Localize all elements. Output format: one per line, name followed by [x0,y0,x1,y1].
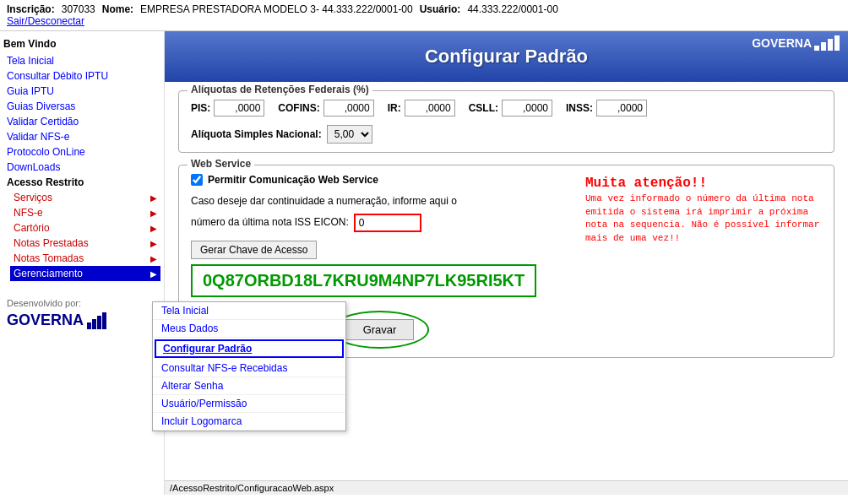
nome-value: EMPRESA PRESTADORA MODELO 3- 44.333.222/… [140,3,413,15]
sidebar-item-consultar-debito[interactable]: Consultar Débito IPTU [3,68,160,84]
sidebar-item-guias-diversas[interactable]: Guias Diversas [3,99,160,114]
dropdown-consultar-nfse[interactable]: Consultar NFS-e Recebidas [153,360,345,377]
dev-label: Desenvolvido por: [7,298,157,308]
pis-input[interactable] [214,100,264,117]
dropdown-configurar-padrao[interactable]: Configurar Padrão [155,339,344,358]
usuario-value: 44.333.222/0001-00 [467,3,557,15]
ir-label: IR: [388,102,401,114]
sidebar-item-validar-certidao[interactable]: Validar Certidão [3,114,160,129]
dropdown-usuario-permissao[interactable]: Usuário/Permissão [153,395,345,413]
sidebar-item-notas-prestadas[interactable]: Notas Prestadas ▶ [10,236,160,251]
gerar-btn-row: Gerar Chave de Acesso [191,241,568,259]
sidebar-item-downloads[interactable]: DownLoads [3,160,160,175]
page-header: Configurar Padrão GOVERNA [165,31,848,82]
governa-logo: GOVERNA [7,312,157,329]
warning-title: Muita atenção!! [585,174,822,192]
sidebar-item-acesso-restrito[interactable]: Acesso Restrito [3,175,160,190]
csll-input[interactable] [502,100,552,117]
sidebar-item-servicos[interactable]: Serviços ▶ [10,190,160,205]
dropdown-tela-inicial[interactable]: Tela Inicial [153,302,345,320]
dropdown-incluir-logomarca[interactable]: Incluir Logomarca [153,413,345,431]
csll-label: CSLL: [469,102,498,114]
governa-bars-icon [87,312,106,329]
warning-text: Uma vez informado o número da última not… [585,192,822,245]
header-governa-text: GOVERNA [752,36,812,50]
inss-input[interactable] [596,100,647,117]
cofins-field: COFINS: [278,100,373,117]
csll-field: CSLL: [469,100,552,117]
status-url: /AcessoRestrito/ConfiguracaoWeb.aspx [170,483,334,493]
iss-input[interactable] [354,214,421,232]
dropdown-meus-dados[interactable]: Meus Dados [153,320,345,338]
gerar-chave-button[interactable]: Gerar Chave de Acesso [191,241,317,259]
simples-row: Alíquota Simples Nacional: 5,00 6,00 7,0… [191,125,822,144]
top-bar: Inscrição: 307033 Nome: EMPRESA PRESTADO… [0,0,848,31]
ir-input[interactable] [405,100,455,117]
cofins-input[interactable] [323,100,374,117]
inss-label: INSS: [566,102,593,114]
sidebar: Bem Vindo Tela Inicial Consultar Débito … [0,31,165,495]
inscricao-value: 307033 [62,3,95,15]
gravar-button[interactable]: Gravar [345,319,415,340]
pis-label: PIS: [191,102,210,114]
webservice-checkbox-label: Permitir Comunicação Web Service [208,174,378,186]
aliquotas-section: Alíquotas de Retenções Federais (%) PIS:… [178,90,834,153]
sidebar-item-guia-iptu[interactable]: Guia IPTU [3,84,160,99]
sidebar-item-validar-nfse[interactable]: Validar NFS-e [3,129,160,144]
sidebar-item-tela-inicial[interactable]: Tela Inicial [3,53,160,68]
header-bars-icon [814,35,840,51]
governa-logo-text: GOVERNA [7,312,84,329]
checkbox-row: Permitir Comunicação Web Service [191,174,568,186]
sidebar-item-nfse[interactable]: NFS-e ▶ [10,205,160,220]
warning-box: Muita atenção!! Uma vez informado o núme… [585,174,822,245]
sidebar-submenu: Serviços ▶ NFS-e ▶ Cartório ▶ Notas Pres… [3,190,160,281]
simples-select[interactable]: 5,00 6,00 7,00 8,00 [327,125,372,144]
simples-label: Alíquota Simples Nacional: [191,128,322,140]
nome-label: Nome: [102,3,133,15]
aliquotas-section-label: Alíquotas de Retenções Federais (%) [188,84,372,95]
usuario-label: Usuário: [420,3,461,15]
bem-vindo-label: Bem Vindo [3,38,160,50]
page-title: Configurar Padrão [425,46,588,68]
header-logo: GOVERNA [752,35,840,51]
aliquotas-row: PIS: COFINS: IR: CSLL: [191,100,822,117]
inscricao-label: Inscrição: [7,3,55,15]
inss-field: INSS: [566,100,647,117]
ir-field: IR: [388,100,455,117]
gerenciamento-dropdown: Tela Inicial Meus Dados Configurar Padrã… [152,301,346,431]
dropdown-alterar-senha[interactable]: Alterar Senha [153,377,345,395]
sidebar-item-gerenciamento[interactable]: Gerenciamento ▶ [10,266,160,281]
cofins-label: COFINS: [278,102,319,114]
iss-text-1: Caso deseje dar continuidade a numeração… [191,194,457,209]
access-key-box: 0Q87ORBD18L7KRU9M4NP7LK95RI5KT [191,264,536,297]
sair-link[interactable]: Sair/Desconectar [7,15,84,27]
webservice-section-label: Web Service [188,158,254,170]
access-key-text: 0Q87ORBD18L7KRU9M4NP7LK95RI5KT [203,271,525,290]
pis-field: PIS: [191,100,264,117]
sidebar-item-protocolo-online[interactable]: Protocolo OnLine [3,144,160,160]
iss-text-2: número da última nota ISS EICON: [191,215,349,230]
webservice-checkbox[interactable] [191,174,203,186]
iss-row: Caso deseje dar continuidade a numeração… [191,194,568,232]
sidebar-governa: Desenvolvido por: GOVERNA [3,295,160,333]
sidebar-item-notas-tomadas[interactable]: Notas Tomadas ▶ [10,251,160,266]
status-bar: /AcessoRestrito/ConfiguracaoWeb.aspx [165,480,848,495]
sidebar-item-cartorio[interactable]: Cartório ▶ [10,220,160,236]
